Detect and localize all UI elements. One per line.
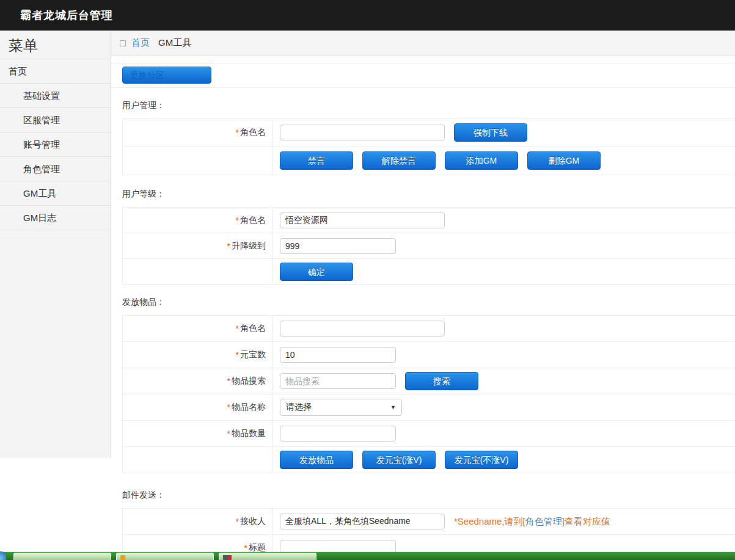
- confirm-button[interactable]: 确定: [280, 263, 353, 281]
- form-row: * 接收人 *Seedname,请到[角色管理]查看对应值: [123, 509, 735, 535]
- mute-button[interactable]: 禁言: [280, 151, 353, 170]
- content: 更换分区 用户管理： * 角色名 强制下线: [111, 63, 735, 560]
- role-name-label: * 角色名: [123, 208, 272, 233]
- start-orb-icon[interactable]: [0, 551, 6, 560]
- give-yuanbao-novip-button[interactable]: 发元宝(不涨V): [445, 451, 518, 469]
- sidebar-item-gm-tools[interactable]: GM工具: [0, 181, 111, 206]
- role-name-label: * 角色名: [123, 316, 272, 341]
- form-row: * 物品搜索 搜索: [123, 368, 735, 395]
- role-manage-hint-link[interactable]: 角色管理: [525, 516, 562, 526]
- taskbar-button-2[interactable]: [116, 553, 214, 560]
- chevron-down-icon: ▼: [390, 404, 396, 410]
- partition-toolbar: 更换分区: [111, 63, 735, 88]
- taskbar-button-3[interactable]: [219, 553, 316, 560]
- search-button[interactable]: 搜索: [405, 372, 478, 390]
- form-row: * 物品数量: [123, 421, 735, 447]
- give-items-form: * 角色名 * 元宝数: [122, 315, 735, 473]
- item-name-select[interactable]: 请选择 ▼: [280, 399, 402, 416]
- delete-gm-button[interactable]: 删除GM: [527, 151, 601, 170]
- seedname-hint: *Seedname,请到[角色管理]查看对应值: [454, 516, 610, 528]
- item-count-input[interactable]: [280, 426, 396, 442]
- app-title: 霸者龙城后台管理: [20, 8, 113, 23]
- sidebar-item-gm-logs[interactable]: GM日志: [0, 206, 111, 230]
- receiver-label: * 接收人: [123, 509, 272, 534]
- user-manage-form: * 角色名 强制下线 禁言 解除禁言 添加GM 删除GM: [122, 118, 735, 175]
- level-to-label: * 升降级到: [123, 233, 272, 258]
- section-title-user-level: 用户等级：: [122, 189, 735, 200]
- level-to-input[interactable]: [280, 238, 396, 254]
- form-row: * 角色名 强制下线: [123, 119, 735, 147]
- form-row: * 物品名称 请选择 ▼: [123, 395, 735, 421]
- sidebar-title: 菜单: [0, 31, 111, 59]
- unmute-button[interactable]: 解除禁言: [362, 151, 436, 170]
- form-row: 禁言 解除禁言 添加GM 删除GM: [123, 147, 735, 175]
- os-taskbar: [0, 551, 735, 560]
- section-title-give-items: 发放物品：: [122, 297, 735, 308]
- force-offline-button[interactable]: 强制下线: [454, 123, 527, 142]
- section-title-user-manage: 用户管理：: [122, 100, 735, 111]
- role-name-label: * 角色名: [123, 119, 272, 146]
- app-window-icon: [223, 555, 228, 560]
- change-partition-button[interactable]: 更换分区: [122, 67, 211, 84]
- taskbar-button-1[interactable]: [13, 553, 111, 560]
- give-items-button[interactable]: 发放物品: [280, 451, 353, 469]
- breadcrumb-home-link[interactable]: 首页: [131, 37, 150, 49]
- item-name-label: * 物品名称: [123, 395, 272, 420]
- form-row: * 角色名: [123, 316, 735, 342]
- breadcrumb-box-icon: [120, 40, 126, 46]
- yuanbao-count-label: * 元宝数: [123, 342, 272, 368]
- gi-role-name-input[interactable]: [280, 321, 445, 336]
- folder-icon: [120, 555, 125, 560]
- sidebar: 菜单 首页 基础设置 区服管理 账号管理 角色管理 GM工具 GM日志: [0, 31, 111, 458]
- form-row: 确定: [123, 259, 735, 285]
- form-row: * 元宝数: [123, 342, 735, 368]
- empty-label-cell: [123, 447, 272, 473]
- form-row: 发放物品 发元宝(涨V) 发元宝(不涨V): [123, 447, 735, 473]
- form-row: * 角色名: [123, 208, 735, 233]
- receiver-input[interactable]: [280, 514, 445, 529]
- breadcrumb: 首页 GM工具: [111, 31, 735, 56]
- main-area: 首页 GM工具 更换分区 用户管理： * 角色名 强制下线: [111, 31, 735, 560]
- sidebar-item-server-manage[interactable]: 区服管理: [0, 108, 111, 133]
- item-count-label: * 物品数量: [123, 421, 272, 446]
- empty-label-cell: [123, 259, 272, 284]
- item-search-input[interactable]: [280, 373, 396, 389]
- sidebar-item-role-manage[interactable]: 角色管理: [0, 157, 111, 181]
- form-row: * 升降级到: [123, 233, 735, 259]
- add-gm-button[interactable]: 添加GM: [445, 151, 518, 170]
- ul-role-name-input[interactable]: [280, 213, 445, 228]
- required-mark: *: [236, 128, 239, 137]
- give-yuanbao-vip-button[interactable]: 发元宝(涨V): [362, 451, 436, 469]
- sidebar-item-basic-settings[interactable]: 基础设置: [0, 84, 111, 108]
- item-name-select-value: 请选择: [286, 402, 312, 413]
- yuanbao-count-input[interactable]: [280, 347, 396, 363]
- sidebar-item-home[interactable]: 首页: [0, 59, 111, 84]
- top-header-bar: 霸者龙城后台管理: [0, 0, 735, 31]
- section-title-mail: 邮件发送：: [122, 490, 735, 501]
- um-role-name-input[interactable]: [280, 125, 445, 140]
- user-level-form: * 角色名 * 升降级到: [122, 207, 735, 285]
- breadcrumb-current: GM工具: [158, 37, 191, 49]
- empty-label-cell: [123, 147, 272, 175]
- item-search-label: * 物品搜索: [123, 368, 272, 394]
- sidebar-item-account-manage[interactable]: 账号管理: [0, 133, 111, 157]
